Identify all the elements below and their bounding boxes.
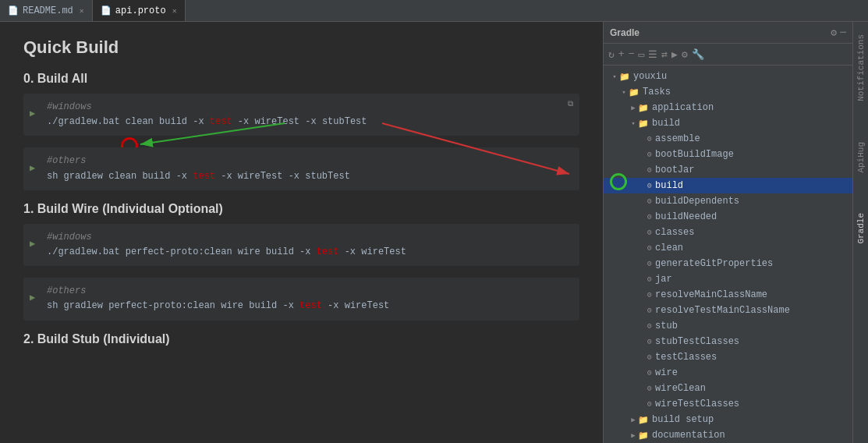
tree-assemble[interactable]: ⚙ assemble [604,131,852,147]
tree-generategitprops[interactable]: ⚙ generateGitProperties [604,256,852,271]
resolvetestmain-gear-icon: ⚙ [647,306,652,315]
editor-area: Quick Build 0. Build All Both can work ▶… [0,22,603,443]
section-1-heading: 1. Build Wire (Individual Optional) [23,202,579,216]
builddependents-gear-icon: ⚙ [647,197,652,206]
tree-testclasses-label: testClasses [655,352,717,363]
tree-wireclean-label: wireClean [655,383,706,394]
right-tab-gradle[interactable]: Gradle [855,208,867,249]
generategitprops-gear-icon: ⚙ [647,259,652,268]
tree-classes[interactable]: ⚙ classes [604,225,852,240]
gradle-toolbar: ⚙ ─ [831,27,846,39]
tab-api-proto[interactable]: 📄 api.proto ✕ [93,0,186,21]
right-tab-notifications[interactable]: Notifications [855,30,867,106]
tree-builddependents-label: buildDependents [655,196,739,207]
tree-build-folder[interactable]: ▾ 📁 build [604,115,852,131]
run-button-3[interactable]: ▶ [30,292,35,307]
assemble-gear-icon: ⚙ [647,134,652,144]
wire-gear-icon: ⚙ [647,368,652,377]
tab-api-proto-close[interactable]: ✕ [172,6,177,16]
documentation-arrow: ▶ [629,431,638,440]
tree-jar[interactable]: ⚙ jar [604,271,852,287]
expand-icon[interactable]: ⇄ [661,48,668,61]
tree-documentation[interactable]: ▶ 📁 documentation [604,427,852,443]
wrench-icon[interactable]: 🔧 [692,48,704,61]
proto-icon: 📄 [101,5,112,16]
tab-bar: 📄 README.md ✕ 📄 api.proto ✕ [0,0,868,22]
run-icon[interactable]: ▶ [671,48,678,61]
tree-buildneeded[interactable]: ⚙ buildNeeded [604,209,852,225]
tree-root-label: youxiu [633,71,667,82]
copy-button-0[interactable]: ⧉ [568,98,573,111]
right-tab-apihug[interactable]: ApiHug [855,137,867,178]
build-task-gear-icon: ⚙ [647,181,652,190]
tree-application[interactable]: ▶ 📁 application [604,100,852,115]
tree-bootbuildimage[interactable]: ⚙ bootBuildImage [604,147,852,162]
execute-icon[interactable]: ▭ [638,48,644,61]
tree-application-label: application [652,102,714,113]
run-button-0[interactable]: ▶ [30,108,35,122]
wireclean-gear-icon: ⚙ [647,384,652,393]
tree-stub[interactable]: ⚙ stub [604,318,852,334]
tree-builddependents[interactable]: ⚙ buildDependents [604,193,852,209]
code-block-windows-1: ▶ #windows ./gradlew.bat perfect-proto:c… [23,224,579,266]
root-arrow: ▾ [610,73,619,81]
refresh-icon[interactable]: ↻ [608,48,615,61]
tree-build-setup[interactable]: ▶ 📁 build setup [604,412,852,427]
add-icon[interactable]: + [618,48,625,60]
remove-icon[interactable]: − [629,48,635,60]
tree-resolvemain[interactable]: ⚙ resolveMainClassName [604,287,852,303]
tree-bootjar[interactable]: ⚙ bootJar [604,162,852,178]
buildsetup-arrow: ▶ [629,416,638,424]
gradle-header: Gradle ⚙ ─ [604,22,852,44]
code-line-3: sh gradlew perfect-proto:clean wire buil… [47,299,570,314]
tree-buildneeded-label: buildNeeded [655,211,717,222]
settings2-icon[interactable]: ⚙ [682,48,688,61]
wiretestclasses-gear-icon: ⚙ [647,399,652,409]
run-button-2[interactable]: ▶ [30,237,35,252]
code-block-others-0: ▶ #others sh gradlew clean build -x test… [23,147,579,190]
tree-wiretestclasses[interactable]: ⚙ wireTestClasses [604,396,852,412]
tree-clean[interactable]: ⚙ clean [604,240,852,256]
app-arrow: ▶ [629,104,638,112]
root-folder-icon: 📁 [619,72,630,82]
tree-documentation-label: documentation [652,430,725,441]
tab-api-proto-label: api.proto [115,5,166,16]
tree-resolvetestmain[interactable]: ⚙ resolveTestMainClassName [604,303,852,318]
code-block-windows-0: ▶ ⧉ #windows ./gradlew.bat clean build -… [23,94,579,136]
tree-build-setup-label: build setup [652,414,714,425]
settings-icon[interactable]: ⚙ [831,27,837,39]
tree-build-folder-label: build [652,118,680,129]
tree-clean-label: clean [655,243,683,253]
tree-root[interactable]: ▾ 📁 youxiu [604,69,852,84]
buildneeded-gear-icon: ⚙ [647,212,652,222]
tree-stub-label: stub [655,321,678,331]
jar-gear-icon: ⚙ [647,275,652,284]
run-button-1[interactable]: ▶ [30,161,35,176]
code-comment-0: #windows [47,100,570,115]
tasks-folder-icon: 📁 [629,87,639,97]
clean-gear-icon: ⚙ [647,243,652,253]
tab-readme-close[interactable]: ✕ [80,6,84,16]
toggle-icon[interactable]: ☰ [648,48,657,61]
stub-gear-icon: ⚙ [647,321,652,331]
tree-generategitprops-label: generateGitProperties [655,258,773,269]
main-layout: Quick Build 0. Build All Both can work ▶… [0,22,868,443]
minimize-icon[interactable]: ─ [840,27,846,38]
documentation-folder-icon: 📁 [638,431,649,441]
code-line-1: sh gradlew clean build -x test -x wireTe… [47,169,570,184]
code-line-2: ./gradlew.bat perfect-proto:clean wire b… [47,245,570,260]
tree-wire[interactable]: ⚙ wire [604,365,852,381]
section-2-heading: 2. Build Stub (Individual) [23,332,579,346]
stubtestclasses-gear-icon: ⚙ [647,337,652,346]
tree-stubtestclasses-label: stubTestClasses [655,336,739,347]
tree-testclasses[interactable]: ⚙ testClasses [604,349,852,365]
tasks-arrow: ▾ [619,88,629,97]
tab-readme[interactable]: 📄 README.md ✕ [0,0,93,21]
tree-wiretestclasses-label: wireTestClasses [655,399,739,409]
tree-tasks[interactable]: ▾ 📁 Tasks [604,84,852,100]
code-comment-2: #windows [47,230,570,245]
tree-wireclean[interactable]: ⚙ wireClean [604,381,852,396]
tree-build-task[interactable]: ⚙ build [604,178,852,193]
tree-resolvemain-label: resolveMainClassName [655,289,767,300]
tree-stubtestclasses[interactable]: ⚙ stubTestClasses [604,334,852,349]
